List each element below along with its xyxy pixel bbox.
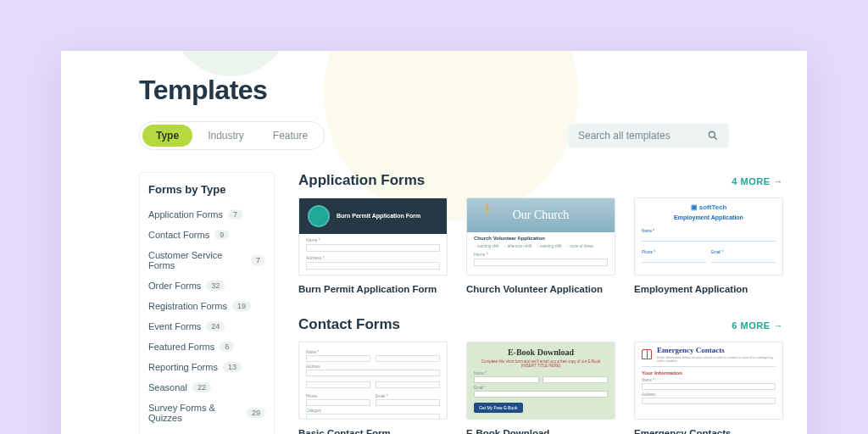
template-title: E-Book Download bbox=[466, 428, 615, 434]
section-heading-application-forms: Application Forms bbox=[298, 172, 425, 189]
template-thumbnail: softTech Employment Application Name * P… bbox=[634, 198, 783, 275]
tab-feature[interactable]: Feature bbox=[259, 125, 321, 147]
template-title: Burn Permit Application Form bbox=[298, 284, 448, 294]
template-title: Basic Contact Form bbox=[298, 428, 448, 434]
count-badge: 22 bbox=[192, 382, 211, 392]
sidebar-heading: Forms by Type bbox=[148, 183, 265, 196]
tab-industry[interactable]: Industry bbox=[194, 125, 258, 147]
count-badge: 9 bbox=[214, 230, 229, 240]
section-heading-contact-forms: Contact Forms bbox=[298, 316, 400, 333]
more-link-application-forms[interactable]: 4 MORE → bbox=[732, 176, 783, 186]
page-title: Templates bbox=[139, 75, 729, 106]
count-badge: 13 bbox=[223, 362, 242, 372]
sidebar-item-contact-forms[interactable]: Contact Forms9 bbox=[148, 225, 265, 245]
count-badge: 7 bbox=[228, 209, 242, 220]
sidebar-item-survey-forms-quizzes[interactable]: Survey Forms & Quizzes29 bbox=[148, 398, 265, 428]
search-input[interactable]: Search all templates bbox=[568, 124, 729, 147]
templates-page: Templates Type Industry Feature Search a… bbox=[61, 51, 807, 434]
count-badge: 7 bbox=[251, 255, 265, 265]
sidebar-item-featured-forms[interactable]: Featured Forms6 bbox=[148, 337, 265, 357]
template-thumbnail: Our Church Church Volunteer Application … bbox=[466, 198, 615, 275]
seal-icon bbox=[308, 205, 330, 227]
sidebar-item-customer-service-forms[interactable]: Customer Service Forms7 bbox=[148, 245, 265, 275]
svg-point-0 bbox=[709, 131, 715, 137]
sidebar-forms-by-type: Forms by Type Application Forms7 Contact… bbox=[139, 172, 275, 434]
sidebar-item-seasonal[interactable]: Seasonal22 bbox=[148, 377, 265, 398]
count-badge: 29 bbox=[247, 408, 265, 418]
template-thumbnail: Burn Permit Application Form Name * Addr… bbox=[298, 198, 448, 275]
count-badge: 32 bbox=[206, 281, 225, 291]
template-title: Emergency Contacts bbox=[634, 428, 783, 434]
sidebar-item-application-forms[interactable]: Application Forms7 bbox=[148, 204, 265, 225]
template-title: Employment Application bbox=[634, 284, 783, 294]
svg-line-1 bbox=[715, 137, 717, 140]
count-badge: 6 bbox=[220, 342, 234, 352]
template-thumbnail: E-Book Download Complete this short form… bbox=[466, 342, 615, 420]
template-card-church-volunteer[interactable]: Our Church Church Volunteer Application … bbox=[466, 198, 615, 294]
search-icon bbox=[707, 130, 719, 142]
count-badge: 24 bbox=[206, 321, 225, 331]
template-card-ebook-download[interactable]: E-Book Download Complete this short form… bbox=[466, 342, 615, 434]
more-link-contact-forms[interactable]: 6 MORE → bbox=[732, 320, 783, 331]
template-card-burn-permit[interactable]: Burn Permit Application Form Name * Addr… bbox=[298, 198, 448, 294]
tab-type[interactable]: Type bbox=[142, 125, 192, 147]
arrow-right-icon: → bbox=[774, 176, 784, 186]
filter-tabs: Type Industry Feature bbox=[139, 121, 325, 150]
arrow-right-icon: → bbox=[774, 320, 784, 331]
decorative-blob bbox=[171, 51, 290, 76]
template-title: Church Volunteer Application bbox=[466, 284, 615, 294]
cta-button: Get My Free E-Book bbox=[474, 403, 523, 413]
brand-logo: softTech bbox=[635, 203, 782, 211]
sidebar-item-registration-forms[interactable]: Registration Forms19 bbox=[148, 296, 265, 316]
sidebar-item-reporting-forms[interactable]: Reporting Forms13 bbox=[148, 357, 265, 377]
template-thumbnail: Name * Address Phone Email * Category bbox=[298, 342, 448, 420]
template-card-employment-application[interactable]: softTech Employment Application Name * P… bbox=[634, 198, 783, 294]
template-card-basic-contact[interactable]: Name * Address Phone Email * Category Ba… bbox=[298, 342, 448, 434]
sidebar-item-order-forms[interactable]: Order Forms32 bbox=[148, 275, 265, 296]
cross-icon bbox=[484, 203, 491, 217]
search-placeholder: Search all templates bbox=[578, 130, 670, 142]
template-thumbnail: Emergency Contacts Enter information bel… bbox=[634, 342, 783, 420]
main-content: Application Forms 4 MORE → Burn Permit A… bbox=[298, 172, 783, 434]
book-icon bbox=[642, 349, 652, 359]
template-card-emergency-contacts[interactable]: Emergency Contacts Enter information bel… bbox=[634, 342, 783, 434]
sidebar-item-event-forms[interactable]: Event Forms24 bbox=[148, 316, 265, 337]
count-badge: 19 bbox=[232, 301, 251, 311]
